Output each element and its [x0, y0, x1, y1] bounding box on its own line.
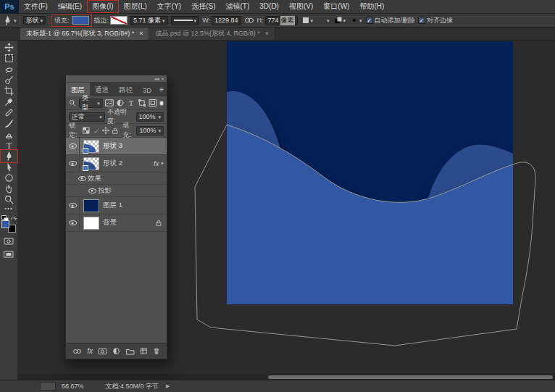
horizontal-scrollbar-track[interactable]	[18, 374, 555, 380]
width-input[interactable]: 1229.84	[212, 16, 241, 25]
menu-item-help[interactable]: 帮助(H)	[354, 0, 389, 13]
clone-stamp-tool[interactable]	[1, 129, 17, 140]
auto-add-delete-option[interactable]: ✓ 自动添加/删除	[366, 16, 416, 25]
filter-type-layers-icon[interactable]: T	[127, 99, 135, 108]
stroke-width-field[interactable]: 5.71 像素▾	[130, 16, 168, 25]
layer-fill-select[interactable]: 100%▾	[136, 126, 164, 135]
path-selection-tool[interactable]	[1, 162, 17, 172]
tool-mode-select[interactable]: 形状▾	[23, 16, 46, 25]
lock-all-icon[interactable]	[112, 126, 119, 135]
status-options-arrow-icon[interactable]: ▶	[166, 383, 170, 389]
panel-header-bar[interactable]: ◂◂ ▪	[66, 75, 167, 83]
checkbox-checked-icon[interactable]: ✓	[366, 17, 373, 24]
collapse-panel-icon[interactable]: ◂◂	[154, 76, 159, 82]
healing-brush-tool[interactable]	[1, 107, 17, 118]
filter-toggle[interactable]	[159, 101, 164, 106]
align-edges-option[interactable]: ✓ 对齐边缘	[418, 16, 453, 25]
status-resize-box[interactable]	[40, 382, 56, 391]
menu-item-image[interactable]: 图像(I)	[87, 0, 118, 13]
filter-smart-objects-icon[interactable]	[149, 99, 157, 108]
visibility-eye-icon[interactable]	[76, 172, 88, 184]
stroke-style-select[interactable]: ▾	[171, 16, 200, 25]
horizontal-scrollbar-thumb[interactable]	[268, 375, 553, 379]
delete-layer-trash-icon[interactable]	[153, 347, 160, 355]
link-dimensions-icon[interactable]	[244, 17, 254, 24]
menu-item-select[interactable]: 选择(S)	[186, 0, 220, 13]
layer-row-layer1[interactable]: 图层 1	[66, 197, 167, 214]
layer-thumbnail[interactable]	[83, 199, 99, 212]
filter-shape-layers-icon[interactable]	[138, 99, 146, 108]
document-tab-finished[interactable]: 成品.psd @ 12.5%(形状 4, RGB/8) * ×	[149, 28, 275, 40]
shape-tool[interactable]	[1, 172, 17, 183]
fill-color-swatch[interactable]	[72, 16, 89, 25]
layer-effects-row[interactable]: 效果	[66, 172, 167, 185]
menu-item-file[interactable]: 文件(F)	[19, 0, 53, 13]
lock-transparency-icon[interactable]	[83, 126, 90, 135]
lasso-tool[interactable]	[1, 64, 17, 75]
adjustment-layer-icon[interactable]	[112, 347, 120, 355]
default-colors-icon[interactable]	[1, 215, 7, 220]
tab-paths[interactable]: 路径	[114, 83, 138, 96]
height-input[interactable]: 774像素	[265, 16, 298, 25]
path-alignment-button[interactable]: ▾	[317, 16, 330, 25]
path-operations-button[interactable]: ▾	[301, 16, 314, 25]
more-tools-icon[interactable]: •••	[4, 205, 12, 214]
checkbox-checked-icon[interactable]: ✓	[418, 17, 425, 24]
pen-tool[interactable]	[1, 151, 17, 162]
tab-3d[interactable]: 3D	[138, 83, 157, 96]
layer-row-shape3[interactable]: 形状 3	[66, 138, 167, 155]
menu-item-layer[interactable]: 图层(L)	[119, 0, 152, 13]
zoom-percentage-field[interactable]: 66.67%	[62, 383, 84, 390]
menu-item-window[interactable]: 窗口(W)	[318, 0, 354, 13]
blend-mode-select[interactable]: 正常▾	[69, 112, 105, 122]
stroke-color-swatch[interactable]	[110, 16, 128, 25]
new-group-folder-icon[interactable]	[126, 348, 135, 355]
visibility-eye-icon[interactable]	[66, 155, 80, 172]
visibility-eye-icon[interactable]	[66, 197, 80, 214]
layer-row-background[interactable]: 背景	[66, 214, 167, 232]
move-tool[interactable]	[1, 42, 17, 53]
workspace-pasteboard[interactable]: ◂◂ ▪ 图层 通道 路径 3D ≡ 类型▾ T	[18, 41, 555, 380]
layer-thumbnail[interactable]	[83, 157, 99, 170]
crop-tool[interactable]	[1, 86, 17, 96]
opacity-select[interactable]: 100%▾	[136, 112, 164, 122]
layer-thumbnail[interactable]	[83, 140, 99, 153]
tool-preset-picker[interactable]: ▾	[3, 16, 17, 25]
eyedropper-tool[interactable]	[1, 96, 17, 107]
layer-thumbnail[interactable]	[83, 217, 99, 230]
foreground-color-swatch[interactable]	[1, 220, 9, 228]
quick-mask-button[interactable]	[1, 235, 17, 246]
menu-item-view[interactable]: 视图(V)	[284, 0, 318, 13]
visibility-eye-icon[interactable]	[66, 138, 80, 154]
filter-adjustment-layers-icon[interactable]	[116, 99, 125, 108]
swap-colors-icon[interactable]	[10, 215, 17, 220]
path-arrangement-button[interactable]: ▾	[333, 16, 347, 25]
visibility-eye-icon[interactable]	[86, 185, 98, 196]
document-tab-untitled[interactable]: 未标题-1 @ 66.7%(形状 3, RGB/8#) * ×	[20, 28, 149, 40]
document-canvas[interactable]	[227, 41, 513, 304]
screen-mode-button[interactable]	[1, 249, 17, 259]
layer-style-icon[interactable]: fx	[87, 347, 93, 355]
link-layers-icon[interactable]	[72, 348, 82, 355]
marquee-tool[interactable]	[1, 53, 17, 64]
close-icon[interactable]: ×	[265, 30, 269, 37]
menu-item-type[interactable]: 文字(Y)	[152, 0, 186, 13]
panel-menu-icon[interactable]: ≡	[159, 83, 167, 96]
layer-dropshadow-row[interactable]: 投影	[66, 185, 167, 197]
gear-settings-button[interactable]: ▾	[349, 16, 363, 25]
menu-item-filter[interactable]: 滤镜(T)	[221, 0, 255, 13]
filter-pixel-layers-icon[interactable]	[105, 99, 114, 108]
panel-close-icon[interactable]: ▪	[162, 76, 164, 81]
add-mask-icon[interactable]	[98, 348, 107, 355]
zoom-tool[interactable]	[1, 194, 17, 205]
menu-item-edit[interactable]: 编辑(E)	[53, 0, 87, 13]
quick-selection-tool[interactable]	[1, 75, 17, 86]
close-icon[interactable]: ×	[139, 30, 143, 37]
brush-tool[interactable]	[1, 118, 17, 129]
visibility-eye-icon[interactable]	[66, 214, 80, 231]
filter-kind-select[interactable]: 类型▾	[79, 99, 102, 108]
lock-pixels-icon[interactable]	[92, 126, 99, 135]
layer-row-shape2[interactable]: 形状 2 fx▾	[66, 155, 167, 172]
hand-tool[interactable]	[1, 183, 17, 194]
layer-fx-badge[interactable]: fx▾	[154, 159, 167, 167]
